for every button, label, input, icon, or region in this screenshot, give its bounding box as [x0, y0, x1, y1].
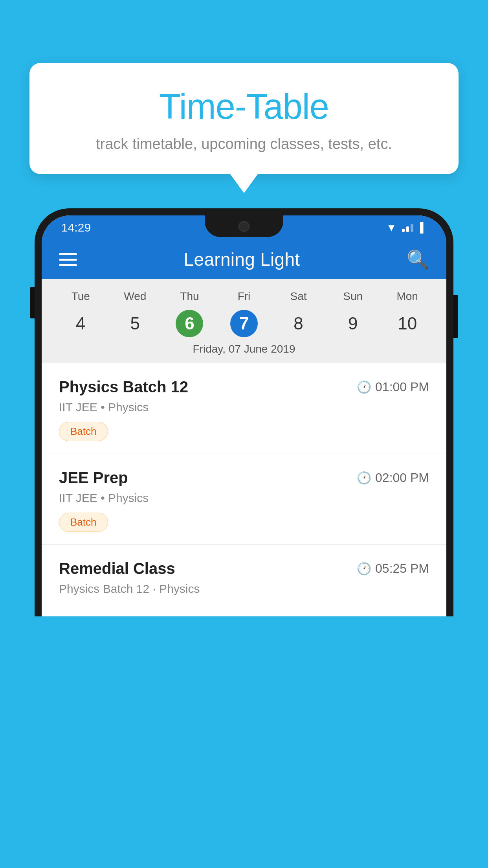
schedule-item-1-header: Physics Batch 12 🕐 01:00 PM	[59, 378, 429, 396]
schedule-item-2-time: 🕐 02:00 PM	[357, 471, 429, 485]
schedule-item-3-time: 🕐 05:25 PM	[357, 561, 429, 576]
schedule-item-2-title: JEE Prep	[59, 469, 128, 487]
day-10[interactable]: 10	[394, 310, 421, 337]
schedule-item-1-subtitle: IIT JEE • Physics	[59, 401, 429, 414]
signal-icon	[402, 223, 415, 232]
app-title: Learning Light	[184, 249, 300, 270]
front-camera	[238, 221, 250, 232]
schedule-item-3[interactable]: Remedial Class 🕐 05:25 PM Physics Batch …	[42, 545, 446, 616]
day-numbers: 4 5 6 7 8 9 10	[53, 310, 435, 337]
search-icon[interactable]: 🔍	[407, 249, 429, 270]
schedule-item-1[interactable]: Physics Batch 12 🕐 01:00 PM IIT JEE • Ph…	[42, 363, 446, 454]
battery-icon: ▌	[420, 222, 427, 233]
day-6-today[interactable]: 6	[176, 310, 203, 337]
day-label-sun: Sun	[326, 290, 380, 303]
day-label-mon: Mon	[380, 290, 435, 303]
schedule-item-3-title: Remedial Class	[59, 560, 175, 577]
schedule-item-2-header: JEE Prep 🕐 02:00 PM	[59, 469, 429, 487]
tooltip-subtitle: track timetable, upcoming classes, tests…	[53, 136, 435, 153]
day-5[interactable]: 5	[121, 310, 149, 337]
day-label-thu: Thu	[162, 290, 217, 303]
calendar-header: Tue Wed Thu Fri Sat Sun Mon 4 5 6 7 8 9 …	[42, 279, 446, 363]
schedule-list: Physics Batch 12 🕐 01:00 PM IIT JEE • Ph…	[42, 363, 446, 616]
phone-notch	[205, 215, 283, 237]
clock-icon-2: 🕐	[357, 471, 371, 485]
day-4[interactable]: 4	[67, 310, 94, 337]
status-time: 14:29	[61, 221, 91, 234]
power-button	[453, 295, 458, 338]
tooltip-card: Time-Table track timetable, upcoming cla…	[29, 63, 459, 174]
schedule-item-2[interactable]: JEE Prep 🕐 02:00 PM IIT JEE • Physics Ba…	[42, 454, 446, 545]
day-label-fri: Fri	[217, 290, 272, 303]
status-icons: ▼ ▌	[386, 222, 427, 234]
app-bar: Learning Light 🔍	[42, 240, 446, 279]
schedule-item-3-header: Remedial Class 🕐 05:25 PM	[59, 560, 429, 577]
phone-outer: 14:29 ▼ ▌ Learning Light 🔍	[35, 208, 453, 616]
phone-screen: 14:29 ▼ ▌ Learning Light 🔍	[42, 215, 446, 616]
day-label-wed: Wed	[108, 290, 163, 303]
wifi-icon: ▼	[386, 222, 396, 234]
schedule-item-2-subtitle: IIT JEE • Physics	[59, 491, 429, 505]
batch-badge-2: Batch	[59, 513, 108, 532]
clock-icon-3: 🕐	[357, 562, 371, 576]
batch-badge-1: Batch	[59, 422, 108, 441]
tooltip-title: Time-Table	[53, 86, 435, 127]
schedule-item-1-time: 🕐 01:00 PM	[357, 380, 429, 394]
clock-icon-1: 🕐	[357, 380, 371, 394]
day-label-tue: Tue	[53, 290, 108, 303]
selected-date-label: Friday, 07 June 2019	[53, 343, 435, 359]
day-labels: Tue Wed Thu Fri Sat Sun Mon	[53, 290, 435, 303]
schedule-item-1-title: Physics Batch 12	[59, 378, 188, 396]
volume-button	[30, 287, 35, 318]
hamburger-menu-icon[interactable]	[59, 253, 77, 266]
phone-mockup: 14:29 ▼ ▌ Learning Light 🔍	[35, 208, 453, 868]
day-7-selected[interactable]: 7	[230, 310, 258, 337]
schedule-item-3-subtitle: Physics Batch 12 · Physics	[59, 582, 429, 596]
day-8[interactable]: 8	[285, 310, 312, 337]
day-label-sat: Sat	[271, 290, 326, 303]
day-9[interactable]: 9	[339, 310, 367, 337]
